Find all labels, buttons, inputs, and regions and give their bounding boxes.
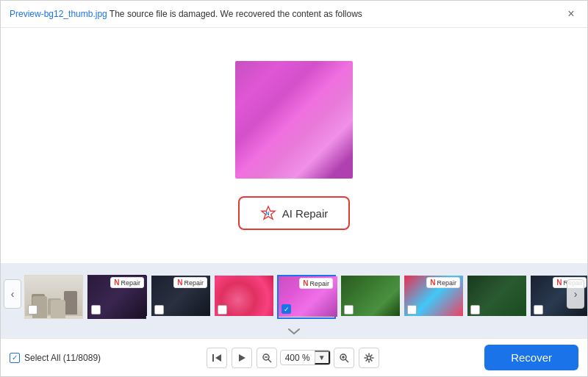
zoom-in-button[interactable] [334, 348, 354, 368]
repair-badge: N Repair [110, 277, 144, 288]
repair-badge: N Repair [426, 277, 460, 288]
preview-area: N AI Repair [1, 28, 587, 263]
title-bar: Preview-bg12_thumb.jpg The source file i… [1, 1, 587, 28]
first-frame-icon [212, 353, 222, 363]
thumbnail-item-selected[interactable]: N Repair [277, 275, 336, 319]
svg-rect-1 [212, 354, 214, 362]
expand-strip-button[interactable] [1, 325, 587, 338]
thumbnail-checkbox[interactable] [534, 305, 543, 315]
repair-badge-label: Repair [121, 279, 140, 287]
thumbnail-item[interactable] [467, 275, 526, 319]
zoom-out-button[interactable] [257, 348, 277, 368]
thumbnail-checkbox[interactable] [344, 305, 354, 315]
thumbnail-checkbox[interactable] [91, 305, 101, 315]
thumbnail-item[interactable] [24, 275, 83, 319]
chevron-down-icon [287, 327, 301, 336]
zoom-area: 400 % ▼ [257, 348, 354, 368]
thumbnail-checkbox[interactable] [28, 305, 37, 315]
zoom-out-icon [262, 353, 272, 363]
bottom-bar: Select All (11/8089) 400 % [1, 338, 587, 376]
zoom-text: 400 % [281, 351, 315, 365]
close-button[interactable]: × [564, 7, 578, 21]
zoom-value: 400 % ▼ [280, 350, 331, 365]
ai-icon: N [260, 205, 276, 221]
thumbnail-item[interactable]: N Repair [87, 275, 146, 319]
select-all-text: Select All (11/8089) [24, 353, 101, 363]
thumbnail-item[interactable]: N Repair [404, 275, 462, 319]
thumbnail-checkbox[interactable] [154, 305, 164, 315]
repair-badge-label: Repair [309, 280, 329, 287]
thumbnail-checkbox[interactable] [218, 305, 227, 315]
play-button[interactable] [232, 348, 252, 368]
thumbnail-checkbox[interactable] [407, 305, 417, 315]
preview-image-wrapper [235, 61, 353, 179]
zoom-dropdown-button[interactable]: ▼ [315, 351, 330, 365]
play-icon [237, 353, 247, 363]
svg-point-11 [367, 356, 370, 359]
thumbnail-checkbox[interactable] [470, 305, 480, 315]
svg-line-8 [345, 359, 348, 362]
svg-marker-3 [239, 354, 245, 362]
thumbnail-item[interactable] [214, 275, 273, 319]
svg-line-5 [268, 359, 271, 362]
thumbnail-checkbox[interactable] [282, 304, 291, 314]
svg-text:N: N [265, 210, 269, 217]
playback-controls: 400 % ▼ [207, 348, 379, 368]
thumbnail-item[interactable]: N Repair [151, 275, 209, 319]
preview-image [235, 61, 353, 179]
select-all-checkbox[interactable] [10, 353, 20, 363]
filename: Preview-bg12_thumb.jpg [10, 9, 107, 19]
repair-badge-label: Repair [437, 279, 456, 287]
ai-repair-label: AI Repair [282, 207, 329, 220]
thumbnail-item[interactable] [340, 275, 399, 319]
thumbnail-next-button[interactable]: › [567, 279, 584, 309]
first-frame-button[interactable] [207, 348, 227, 368]
repair-badge: N Repair [299, 278, 333, 289]
settings-icon [364, 353, 374, 363]
repair-badge-label: Repair [184, 279, 204, 287]
title-text: Preview-bg12_thumb.jpg The source file i… [10, 9, 362, 19]
zoom-in-icon [339, 353, 349, 363]
title-message: The source file is damaged. We recovered… [107, 9, 362, 19]
recover-button[interactable]: Recover [484, 345, 578, 370]
settings-button[interactable] [359, 348, 379, 368]
thumbnail-strip: N Repair N Repair N Repair [1, 269, 587, 325]
repair-badge: N Repair [173, 277, 207, 288]
svg-marker-2 [215, 354, 221, 362]
ai-repair-button[interactable]: N AI Repair [238, 196, 351, 230]
thumbnail-strip-container: ‹ N Repair N Repair [1, 263, 587, 338]
select-all-label[interactable]: Select All (11/8089) [10, 353, 101, 363]
thumbnail-prev-button[interactable]: ‹ [4, 279, 21, 309]
